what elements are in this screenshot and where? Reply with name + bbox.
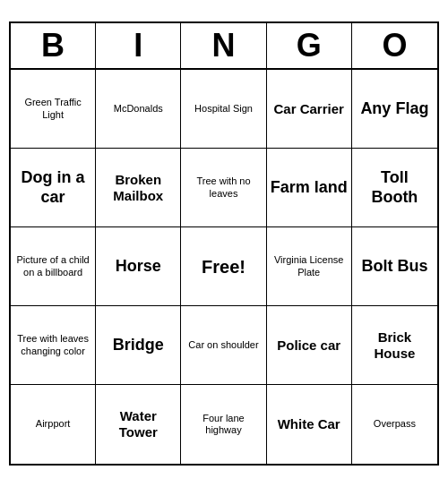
letter-g: G	[267, 23, 352, 68]
cell-text-14: Bolt Bus	[361, 257, 427, 277]
bingo-cell-6[interactable]: Broken Mailbox	[96, 149, 181, 227]
bingo-cell-5[interactable]: Dog in a car	[11, 149, 96, 227]
cell-text-19: Brick House	[356, 329, 434, 362]
cell-text-7: Tree with no leaves	[185, 175, 262, 199]
bingo-cell-17[interactable]: Car on shoulder	[181, 306, 266, 385]
bingo-cell-16[interactable]: Bridge	[96, 306, 181, 385]
bingo-cell-11[interactable]: Horse	[96, 227, 181, 306]
bingo-cell-13[interactable]: Virginia License Plate	[267, 227, 352, 306]
cell-text-4: Any Flag	[360, 99, 428, 119]
cell-text-23: White Car	[278, 416, 340, 432]
bingo-cell-9[interactable]: Toll Booth	[352, 149, 437, 227]
bingo-cell-14[interactable]: Bolt Bus	[352, 227, 437, 306]
bingo-cell-19[interactable]: Brick House	[352, 306, 437, 385]
letter-b: B	[11, 23, 96, 68]
bingo-grid: Green Traffic LightMcDonaldsHospital Sig…	[11, 70, 437, 464]
bingo-cell-22[interactable]: Four lane highway	[181, 385, 266, 464]
bingo-cell-15[interactable]: Tree with leaves changing color	[11, 306, 96, 385]
cell-text-22: Four lane highway	[185, 413, 262, 436]
bingo-cell-2[interactable]: Hospital Sign	[181, 70, 266, 149]
bingo-cell-18[interactable]: Police car	[267, 306, 352, 385]
cell-text-3: Car Carrier	[274, 101, 344, 117]
bingo-cell-8[interactable]: Farm land	[267, 149, 352, 227]
cell-text-24: Overpass	[374, 418, 416, 430]
bingo-cell-0[interactable]: Green Traffic Light	[11, 70, 96, 149]
letter-n: N	[181, 23, 266, 68]
bingo-cell-1[interactable]: McDonalds	[96, 70, 181, 149]
bingo-header: B I N G O	[11, 23, 437, 70]
bingo-cell-7[interactable]: Tree with no leaves	[181, 149, 266, 227]
cell-text-18: Police car	[277, 337, 340, 354]
cell-text-0: Green Traffic Light	[14, 97, 91, 120]
cell-text-8: Farm land	[271, 178, 348, 198]
bingo-cell-24[interactable]: Overpass	[352, 385, 437, 464]
cell-text-5: Dog in a car	[14, 168, 91, 207]
bingo-cell-21[interactable]: Water Tower	[96, 385, 181, 464]
letter-o: O	[352, 23, 437, 68]
cell-text-16: Bridge	[113, 336, 164, 355]
cell-text-2: Hospital Sign	[194, 103, 253, 115]
cell-text-10: Picture of a child on a billboard	[14, 254, 91, 278]
cell-text-13: Virginia License Plate	[271, 254, 348, 278]
cell-text-6: Broken Mailbox	[99, 172, 177, 204]
cell-text-21: Water Tower	[99, 408, 177, 440]
cell-text-15: Tree with leaves changing color	[14, 333, 91, 356]
bingo-cell-4[interactable]: Any Flag	[352, 70, 437, 149]
bingo-cell-20[interactable]: Airpport	[11, 385, 96, 464]
cell-text-17: Car on shoulder	[188, 339, 258, 351]
cell-text-1: McDonalds	[114, 103, 163, 115]
bingo-cell-3[interactable]: Car Carrier	[267, 70, 352, 149]
cell-text-12: Free!	[202, 256, 246, 278]
cell-text-20: Airpport	[36, 418, 71, 430]
bingo-cell-10[interactable]: Picture of a child on a billboard	[11, 227, 96, 306]
cell-text-9: Toll Booth	[356, 168, 434, 207]
letter-i: I	[96, 23, 181, 68]
bingo-cell-12[interactable]: Free!	[181, 227, 266, 306]
bingo-cell-23[interactable]: White Car	[267, 385, 352, 464]
cell-text-11: Horse	[116, 257, 161, 277]
bingo-card: B I N G O Green Traffic LightMcDonaldsHo…	[9, 21, 439, 466]
